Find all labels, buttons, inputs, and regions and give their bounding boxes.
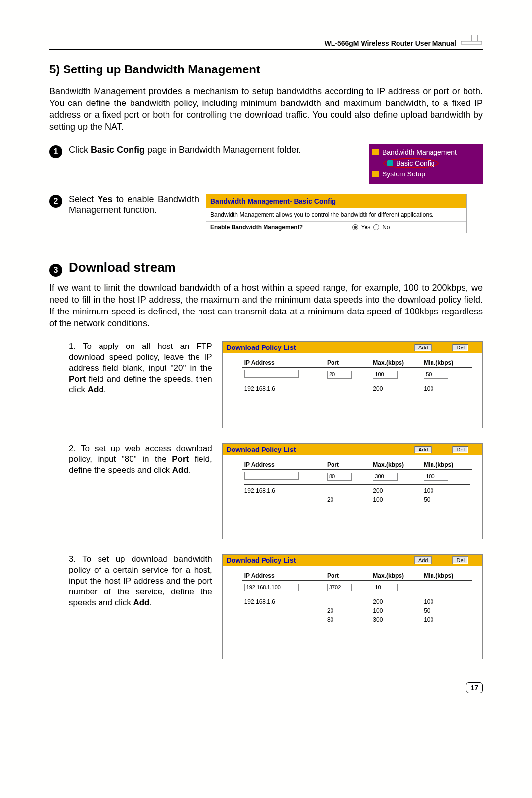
max-input[interactable]: 100 — [373, 371, 398, 379]
router-icon — [460, 35, 483, 47]
step2-text: Select Yes to enable Bandwidth Managemen… — [69, 194, 199, 215]
policy-list-title: Download Policy List — [227, 344, 410, 351]
table-row: 192.168.1.6200100 — [242, 486, 472, 495]
table-row: 192.168.1.6200100 — [242, 384, 472, 393]
item2-text: 2. To set up web access download policy,… — [69, 443, 212, 476]
policy-list-title: Download Policy List — [227, 556, 410, 564]
item1-text: 1. To apply on all host an FTP download … — [69, 341, 212, 395]
highlight-oval: Basic Config — [383, 158, 439, 168]
manual-title: WL-566gM Wireless Router User Manual — [325, 39, 457, 47]
min-input[interactable]: 50 — [424, 371, 448, 379]
radio-yes[interactable] — [352, 224, 358, 230]
table-row: 2010050 — [242, 606, 472, 615]
download-stream-intro: If we want to limit the download bandwid… — [49, 282, 483, 329]
nav-tree-screenshot: Bandwidth Management Basic Config System… — [369, 144, 483, 184]
min-input[interactable] — [424, 583, 448, 590]
radio-no-label: No — [382, 224, 390, 231]
file-icon — [387, 160, 393, 166]
basic-config-screenshot: Bandwidth Management- Basic Config Bandw… — [206, 194, 467, 233]
del-button[interactable]: Del — [452, 446, 468, 453]
col-port: Port — [325, 571, 371, 581]
nav-item-system-setup: System Setup — [382, 170, 425, 178]
config-desc: Bandwidth Management allows you to contr… — [206, 208, 466, 222]
folder-icon — [372, 149, 379, 155]
max-input[interactable]: 10 — [373, 584, 398, 591]
policy-list-screenshot-2: Download Policy List Add Del IP Address … — [222, 443, 483, 539]
min-input[interactable]: 100 — [424, 473, 448, 481]
ip-input[interactable] — [244, 472, 299, 480]
col-ip: IP Address — [242, 571, 325, 581]
col-port: Port — [325, 460, 371, 470]
folder-icon — [372, 171, 379, 177]
ip-input[interactable] — [244, 370, 299, 378]
add-button[interactable]: Add — [414, 556, 432, 564]
port-input[interactable]: 80 — [327, 473, 352, 481]
enable-label: Enable Bandwidth Management? — [210, 224, 349, 231]
policy-list-title: Download Policy List — [227, 446, 410, 453]
config-title: Bandwidth Management- Basic Config — [206, 194, 466, 208]
col-max: Max.(kbps) — [371, 358, 422, 368]
col-max: Max.(kbps) — [371, 571, 422, 581]
page-footer: 17 — [49, 677, 483, 693]
step1-text: Click Basic Config page in Bandwidth Man… — [69, 144, 305, 155]
col-min: Min.(kbps) — [422, 358, 472, 368]
add-button[interactable]: Add — [414, 344, 432, 351]
radio-no[interactable] — [373, 224, 379, 230]
policy-list-screenshot-1: Download Policy List Add Del IP Address … — [222, 341, 483, 428]
port-input[interactable]: 3702 — [327, 584, 352, 591]
step-bullet-2: 2 — [49, 195, 62, 208]
nav-item-bandwidth: Bandwidth Management — [382, 148, 457, 156]
svg-rect-0 — [461, 41, 482, 44]
ip-input[interactable]: 192.168.1.100 — [244, 584, 299, 591]
download-stream-heading: Download stream — [69, 260, 176, 275]
col-min: Min.(kbps) — [422, 460, 472, 470]
col-ip: IP Address — [242, 460, 325, 470]
port-input[interactable]: 20 — [327, 371, 352, 379]
col-max: Max.(kbps) — [371, 460, 422, 470]
policy-list-screenshot-3: Download Policy List Add Del IP Address … — [222, 554, 483, 659]
nav-item-basic-config: Basic Config — [396, 159, 435, 167]
step-bullet-3: 3 — [49, 264, 62, 277]
section-intro: Bandwidth Management provides a mechanis… — [49, 85, 483, 133]
col-min: Min.(kbps) — [422, 571, 472, 581]
table-row: 2010050 — [242, 495, 472, 504]
max-input[interactable]: 300 — [373, 473, 398, 481]
table-row: 80300100 — [242, 615, 472, 624]
page-header: WL-566gM Wireless Router User Manual — [49, 35, 483, 50]
section-heading: 5) Setting up Bandwidth Management — [49, 63, 483, 76]
del-button[interactable]: Del — [452, 556, 468, 564]
table-row: 192.168.1.6200100 — [242, 597, 472, 606]
col-ip: IP Address — [242, 358, 325, 368]
add-button[interactable]: Add — [414, 446, 432, 453]
item3-text: 3. To set up download bandwidth policy o… — [69, 554, 212, 608]
step-bullet-1: 1 — [49, 145, 62, 158]
col-port: Port — [325, 358, 371, 368]
page-number: 17 — [466, 682, 483, 693]
radio-yes-label: Yes — [361, 224, 371, 231]
del-button[interactable]: Del — [452, 344, 468, 351]
